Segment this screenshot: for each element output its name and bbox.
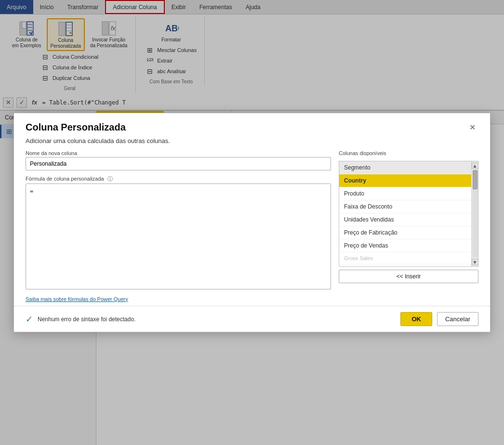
learn-more-link[interactable]: Saiba mais sobre fórmulas do Power Query [26,296,331,302]
modal-header: Coluna Personalizada ✕ [14,113,490,137]
formula-field-group: Fórmula de coluna personalizada ⓘ = [26,175,331,289]
col-item-segmento[interactable]: Segmento [339,161,471,174]
status-check-icon: ✓ [26,314,33,325]
col-item-preco-vendas[interactable]: Preço de Vendas [339,239,471,252]
modal-subtitle: Adicionar uma coluna calculada das outra… [14,137,490,150]
cols-list-container: Segmento Country Produto Faixa de Descon… [339,161,478,267]
available-cols-label: Colunas disponíveis [339,150,478,156]
modal-overlay: Coluna Personalizada ✕ Adicionar uma col… [0,0,504,445]
new-col-input[interactable] [26,157,331,170]
modal-coluna-personalizada: Coluna Personalizada ✕ Adicionar uma col… [13,113,491,332]
modal-title: Coluna Personalizada [26,122,126,133]
modal-footer: ✓ Nenhum erro de sintaxe foi detectado. … [14,306,490,332]
cols-scrollbar[interactable]: ▲ ▼ [471,161,478,266]
col-item-preco-fabricacao[interactable]: Preço de Fabricação [339,226,471,239]
col-item-faixa-desconto[interactable]: Faixa de Desconto [339,200,471,213]
formula-field-label: Fórmula de coluna personalizada ⓘ [26,175,331,183]
modal-left-panel: Nome da nova coluna Fórmula de coluna pe… [26,150,331,302]
col-item-country[interactable]: Country [339,174,471,187]
formula-hint-icon: ⓘ [107,176,113,182]
cols-items: Segmento Country Produto Faixa de Descon… [339,161,471,266]
modal-right-panel: Colunas disponíveis Segmento Country Pro… [339,150,478,302]
scroll-thumb[interactable] [473,170,477,189]
cancel-button[interactable]: Cancelar [437,312,478,326]
new-col-field-group: Nome da nova coluna [26,150,331,170]
scroll-track [472,170,478,258]
scroll-up-btn[interactable]: ▲ [472,162,478,169]
new-col-label: Nome da nova coluna [26,150,331,156]
status-text: Nenhum erro de sintaxe foi detectado. [38,316,396,323]
col-item-unidades-vendidas[interactable]: Unidades Vendidas [339,213,471,226]
col-item-gross-sales[interactable]: Gross Sales [339,252,471,264]
formula-editor[interactable]: = [26,183,331,289]
modal-close-button[interactable]: ✕ [466,121,478,133]
modal-body: Nome da nova coluna Fórmula de coluna pe… [14,150,490,302]
insert-button[interactable]: << Inserir [339,270,478,283]
scroll-down-btn[interactable]: ▼ [472,259,478,265]
ok-button[interactable]: OK [400,312,432,326]
col-item-produto[interactable]: Produto [339,187,471,200]
